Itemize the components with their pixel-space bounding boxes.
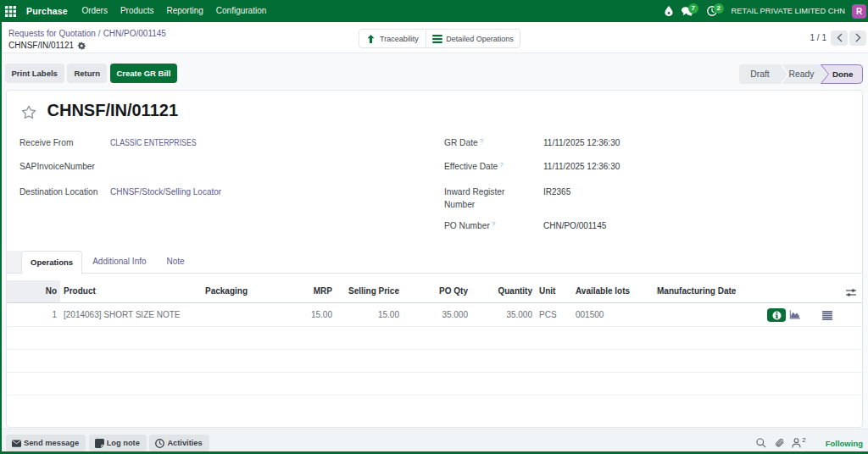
cell-unit[interactable]: PCS	[536, 302, 572, 326]
table-row[interactable]: 1 [2014063] SHORT SIZE NOTE 15.00 15.00 …	[7, 302, 862, 326]
area-chart-icon	[789, 310, 800, 320]
statusbar-pipeline: Draft Ready Done	[739, 64, 863, 84]
control-panel: Requests for Quotation/CHN/PO/001145 CHN…	[2, 22, 868, 53]
envelope-icon	[12, 440, 21, 447]
col-header-product[interactable]: Product	[60, 280, 202, 302]
col-header-unit[interactable]: Unit	[536, 280, 572, 302]
menu-reporting[interactable]: Reporting	[160, 0, 209, 22]
col-header-available-lots[interactable]: Available lots	[572, 280, 654, 302]
help-icon: ?	[480, 137, 483, 145]
apps-menu-button[interactable]	[0, 0, 20, 22]
search-messages-icon[interactable]	[756, 438, 766, 448]
print-labels-button[interactable]: Print Labels	[5, 64, 64, 83]
empty-row	[7, 326, 862, 349]
stat-buttons: Traceability Detailed Operations	[359, 29, 520, 48]
field-value-destination-location[interactable]: CHNSF/Stock/Selling Locator	[110, 185, 221, 198]
forecast-chart-button[interactable]	[789, 310, 800, 320]
chevron-right-icon	[855, 33, 861, 42]
status-bar: Print Labels Return Create GR Bill Draft…	[2, 54, 868, 90]
pager-previous-button[interactable]	[831, 30, 848, 46]
following-button[interactable]: Following	[826, 439, 863, 448]
top-menu: Orders Products Reporting Configuration	[75, 0, 273, 22]
menu-configuration[interactable]: Configuration	[209, 0, 272, 22]
form-sheet: CHNSF/IN/01121 Receive From CLASSIC ENTE…	[6, 90, 863, 428]
company-name[interactable]: RETAIL PRIVATE LIMITED CHN	[732, 7, 845, 15]
field-label-destination-location: Destination Location	[19, 185, 110, 198]
activities-menu[interactable]: 2	[704, 0, 721, 22]
col-header-no[interactable]: No	[7, 280, 60, 302]
col-header-mrp[interactable]: MRP	[271, 280, 336, 302]
empty-row	[7, 349, 862, 372]
empty-row	[7, 372, 862, 395]
col-header-manufacturing-date[interactable]: Manufacturing Date	[654, 280, 751, 302]
cell-po-qty[interactable]: 35.000	[403, 302, 471, 326]
field-value-po-number[interactable]: CHN/PO/001145	[543, 219, 606, 233]
menu-products[interactable]: Products	[114, 0, 159, 22]
followers-button[interactable]: 2	[792, 438, 805, 448]
tab-stub	[7, 251, 21, 273]
col-header-po-qty[interactable]: PO Qty	[403, 280, 471, 302]
clock-outline-icon	[155, 439, 164, 448]
messages-menu[interactable]: 7	[678, 0, 696, 22]
stage-draft[interactable]: Draft	[739, 64, 781, 84]
field-value-effective-date[interactable]: 11/11/2025 12:36:30	[543, 160, 620, 174]
breadcrumb-parent2[interactable]: CHN/PO/001145	[103, 29, 166, 38]
table-header-row: No Product Packaging MRP Selling Price P…	[7, 280, 862, 302]
list-icon	[822, 311, 832, 320]
cell-manufacturing-date[interactable]	[654, 302, 751, 326]
detailed-list-button[interactable]	[822, 311, 832, 320]
col-header-actions	[751, 280, 862, 302]
help-icon: ?	[492, 220, 495, 228]
detailed-operations-button[interactable]: Detailed Operations	[426, 30, 520, 47]
breadcrumb-current: CHNSF/IN/01121	[8, 40, 74, 51]
lot-info-button[interactable]	[767, 308, 786, 322]
gear-icon[interactable]	[77, 42, 86, 50]
chatter-bar: Send message Log note Activities	[2, 429, 868, 451]
col-header-quantity[interactable]: Quantity	[471, 280, 536, 302]
app-frame: Requests for Quotation/CHN/PO/001145 CHN…	[0, 22, 868, 454]
cell-product[interactable]: [2014063] SHORT SIZE NOTE	[60, 302, 202, 326]
log-note-button[interactable]: Log note	[89, 435, 147, 451]
create-gr-bill-button[interactable]: Create GR Bill	[110, 64, 178, 83]
menu-orders[interactable]: Orders	[75, 0, 114, 22]
breadcrumb: Requests for Quotation/CHN/PO/001145 CHN…	[8, 28, 166, 52]
send-message-button[interactable]: Send message	[6, 435, 86, 451]
field-label-gr-date: GR Date?	[444, 136, 543, 150]
top-navbar: Purchase Orders Products Reporting Confi…	[0, 0, 868, 22]
traceability-button[interactable]: Traceability	[359, 30, 426, 47]
messages-badge: 7	[688, 3, 699, 14]
field-label-sap-invoice-number: SAPInvoiceNumber	[19, 160, 110, 173]
user-avatar[interactable]: R	[852, 4, 866, 19]
field-value-inward-register-number[interactable]: IR2365	[543, 185, 570, 211]
cell-available-lots[interactable]: 001500	[572, 302, 654, 326]
stage-done[interactable]: Done	[821, 64, 863, 84]
activities-button[interactable]: Activities	[149, 435, 209, 451]
return-button[interactable]: Return	[67, 64, 107, 83]
notebook-tabs: Operations Additional Info Note	[7, 251, 862, 274]
note-icon	[95, 439, 104, 448]
tab-operations[interactable]: Operations	[21, 251, 82, 274]
cell-mrp[interactable]: 15.00	[271, 302, 336, 326]
col-header-selling-price[interactable]: Selling Price	[336, 280, 403, 302]
field-value-gr-date[interactable]: 11/11/2025 12:36:30	[543, 136, 620, 150]
cell-quantity[interactable]: 35.000	[471, 302, 536, 326]
tab-additional-info[interactable]: Additional Info	[82, 251, 156, 273]
cell-packaging[interactable]	[202, 302, 271, 326]
app-name[interactable]: Purchase	[26, 6, 68, 16]
droplet-icon	[665, 6, 673, 16]
stage-ready[interactable]: Ready	[789, 64, 814, 84]
field-value-receive-from[interactable]: CLASSIC ENTERPRISES	[110, 136, 197, 149]
cell-selling-price[interactable]: 15.00	[336, 302, 403, 326]
pager-next-button[interactable]	[849, 30, 866, 46]
favorite-star-icon[interactable]	[21, 105, 36, 119]
breadcrumb-parent1[interactable]: Requests for Quotation	[8, 29, 96, 38]
droplet-menu[interactable]	[660, 0, 678, 22]
attachments-icon[interactable]	[775, 438, 785, 448]
chevron-left-icon	[837, 33, 843, 42]
cell-no[interactable]: 1	[7, 302, 60, 326]
optional-columns-icon[interactable]	[846, 288, 856, 299]
col-header-packaging[interactable]: Packaging	[202, 280, 271, 302]
help-icon: ?	[499, 161, 503, 169]
field-label-inward-register-number: Inward Register Number	[444, 185, 543, 211]
tab-note[interactable]: Note	[157, 251, 195, 273]
